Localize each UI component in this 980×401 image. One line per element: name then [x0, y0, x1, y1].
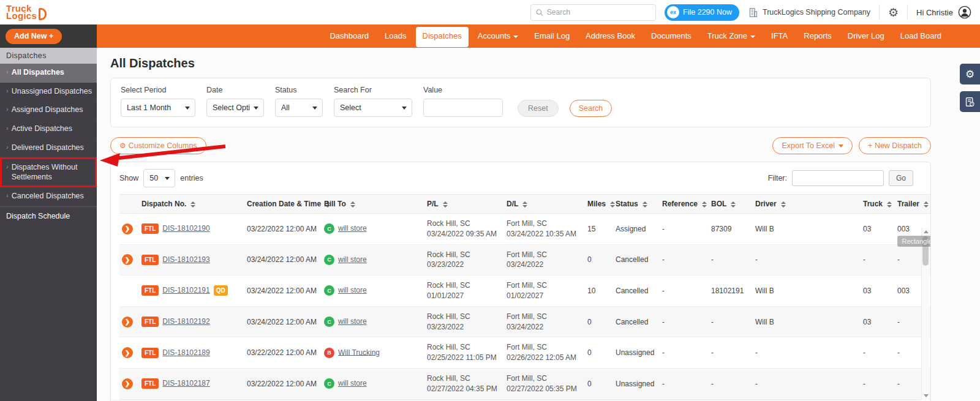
sort-icon[interactable]	[702, 201, 707, 208]
expand-row-icon[interactable]	[122, 254, 133, 265]
page-size-dropdown[interactable]: 50	[143, 169, 175, 187]
activity-log-fab-icon[interactable]	[960, 91, 980, 112]
bill-to-link[interactable]: will store	[338, 286, 367, 294]
trucklogics-logo[interactable]: TruckLogics	[6, 4, 47, 20]
bol-cell: -	[709, 337, 753, 369]
sidebar-item-canceled-dispatches[interactable]: ›Canceled Dispatches	[0, 187, 97, 206]
miles-cell: 0	[585, 306, 613, 337]
bill-to-link[interactable]: Will Trucking	[338, 348, 380, 356]
column-header-trailer[interactable]: Trailer	[895, 195, 930, 214]
file-2290-button[interactable]: ex File 2290 Now	[665, 4, 739, 21]
new-dispatch-button[interactable]: + New Dispatch	[859, 137, 931, 154]
dispatch-number-link[interactable]: DIS-18102191	[162, 286, 209, 294]
date-dropdown[interactable]: Select Option	[206, 99, 264, 117]
sort-icon[interactable]	[610, 201, 615, 208]
sort-icon[interactable]	[643, 201, 647, 208]
select-period-dropdown[interactable]: Last 1 Month	[121, 99, 195, 117]
sidebar-item-dispatches-without-settlements[interactable]: ›Dispatches Without Settlements	[0, 157, 97, 187]
value-input[interactable]	[423, 99, 503, 117]
vertical-scrollbar[interactable]	[921, 228, 929, 400]
sidebar-item-active-dispatches[interactable]: ›Active Dispatches	[0, 120, 97, 139]
column-header-dispatch-no-[interactable]: Dispatch No.	[139, 195, 244, 214]
nav-item-driver-log[interactable]: Driver Log	[840, 24, 892, 48]
customize-columns-button[interactable]: ⚙Customize Columns	[110, 137, 206, 154]
column-header-reference[interactable]: Reference	[660, 195, 709, 214]
miles-cell: 0	[585, 244, 613, 275]
column-header-creation-date-time[interactable]: Creation Date & Time	[244, 195, 322, 214]
page-title: All Dispatches	[110, 56, 931, 70]
dispatch-number-link[interactable]: DIS-18102192	[162, 317, 209, 326]
sidebar-item-assigned-dispatches[interactable]: ›Assigned Dispatches	[0, 101, 97, 120]
sort-icon[interactable]	[522, 201, 527, 208]
dispatch-number-link[interactable]: DIS-18102193	[162, 255, 209, 264]
settings-gear-icon[interactable]: ⚙	[888, 7, 899, 18]
scroll-up-icon[interactable]	[924, 230, 929, 233]
sort-icon[interactable]	[190, 201, 195, 208]
export-to-excel-button[interactable]: Export To Excel	[772, 137, 853, 154]
status-cell: Cancelled	[613, 244, 660, 275]
nav-item-accounts[interactable]: Accounts	[470, 24, 526, 48]
nav-item-email-log[interactable]: Email Log	[526, 24, 578, 48]
column-header-bol[interactable]: BOL	[709, 195, 753, 214]
sidebar-item-unassigned-dispatches[interactable]: ›Unassigned Dispatches	[0, 83, 97, 102]
search-for-dropdown[interactable]: Select	[334, 99, 412, 117]
table-row: FTLDIS-18102189 03/22/2022 12:00 AM BWil…	[119, 337, 930, 369]
expand-row-icon[interactable]	[122, 347, 133, 358]
dispatch-number-link[interactable]: DIS-18102187	[162, 379, 209, 388]
column-header-truck[interactable]: Truck	[861, 195, 895, 214]
nav-item-address-book[interactable]: Address Book	[578, 24, 643, 48]
search-button[interactable]: Search	[570, 100, 612, 117]
go-button[interactable]: Go	[889, 170, 913, 186]
expand-row-icon[interactable]	[122, 317, 133, 328]
reset-button[interactable]: Reset	[518, 100, 559, 117]
value-label: Value	[423, 86, 503, 94]
sort-icon[interactable]	[924, 201, 929, 208]
chevron-right-icon: ›	[6, 124, 9, 134]
miles-cell: 10	[585, 275, 613, 307]
settings-fab-gear-icon[interactable]: ⚙	[960, 64, 980, 84]
gear-icon: ⚙	[119, 141, 126, 150]
search-input[interactable]	[547, 8, 650, 17]
nav-item-documents[interactable]: Documents	[643, 24, 699, 48]
search-icon	[536, 9, 543, 17]
column-header-d-l[interactable]: D/L	[504, 195, 585, 214]
sidebar-item-delivered-dispatches[interactable]: ›Delivered Dispatches	[0, 139, 97, 158]
bill-to-link[interactable]: will store	[338, 224, 367, 233]
column-header-status[interactable]: Status	[613, 195, 660, 214]
bill-to-link[interactable]: will store	[338, 317, 367, 326]
column-header-driver[interactable]: Driver	[753, 195, 861, 214]
sidebar: Add New + Dispatches ›All Dispatches›Una…	[0, 24, 97, 401]
nav-item-reports[interactable]: Reports	[796, 24, 840, 48]
bill-to-link[interactable]: will store	[338, 379, 367, 388]
column-header-bill-to[interactable]: Bill To	[322, 195, 424, 214]
nav-item-ifta[interactable]: IFTA	[763, 24, 796, 48]
dispatch-number-link[interactable]: DIS-18102190	[162, 224, 209, 233]
sort-icon[interactable]	[887, 201, 892, 208]
sort-icon[interactable]	[731, 201, 736, 208]
bill-to-link[interactable]: will store	[338, 255, 367, 264]
column-header-p-l[interactable]: P/L	[424, 195, 504, 214]
chevron-down-icon	[750, 36, 755, 38]
add-new-button[interactable]: Add New +	[6, 29, 62, 44]
nav-item-load-board[interactable]: Load Board	[892, 24, 949, 48]
company-selector[interactable]: TruckLogics Shipping Company	[748, 7, 870, 18]
load-type-badge: FTL	[141, 285, 159, 296]
sidebar-item-dispatch-schedule[interactable]: Dispatch Schedule	[0, 206, 97, 225]
nav-item-truck-zone[interactable]: Truck Zone	[699, 24, 763, 48]
column-header-miles[interactable]: Miles	[585, 195, 613, 214]
user-menu[interactable]: Hi Christie	[916, 6, 971, 19]
nav-item-dispatches[interactable]: Dispatches	[416, 27, 469, 45]
sort-icon[interactable]	[781, 201, 786, 208]
nav-item-dashboard[interactable]: Dashboard	[322, 24, 377, 48]
sort-icon[interactable]	[350, 201, 355, 208]
sidebar-item-all-dispatches[interactable]: ›All Dispatches	[0, 64, 97, 83]
status-dropdown[interactable]: All	[275, 99, 323, 117]
expand-row-icon[interactable]	[122, 378, 133, 389]
dispatch-number-link[interactable]: DIS-18102189	[162, 348, 209, 357]
scroll-down-icon[interactable]	[924, 394, 929, 397]
nav-item-loads[interactable]: Loads	[377, 24, 414, 48]
table-filter-input[interactable]	[792, 170, 884, 186]
reference-cell: -	[660, 214, 709, 245]
sort-icon[interactable]	[443, 201, 448, 208]
expand-row-icon[interactable]	[122, 223, 133, 234]
